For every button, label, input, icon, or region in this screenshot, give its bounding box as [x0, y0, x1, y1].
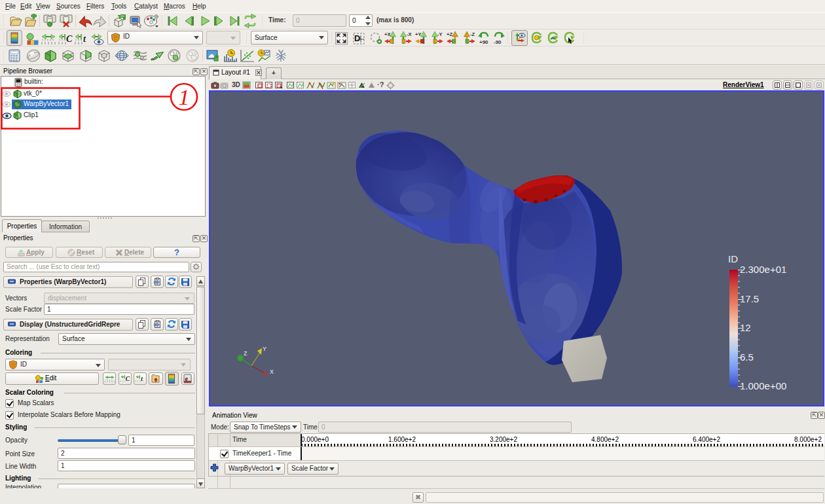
svg-text:+90: +90	[479, 39, 488, 45]
svg-text:e: e	[185, 375, 189, 382]
svg-text:X: X	[270, 369, 274, 375]
svg-text:t: t	[83, 34, 86, 44]
svg-text:17.5: 17.5	[740, 293, 759, 304]
svg-text:+Y: +Y	[415, 31, 421, 37]
svg-text:Y: Y	[263, 346, 266, 352]
svg-text:6.5: 6.5	[740, 351, 754, 363]
svg-text:t: t	[141, 376, 143, 383]
svg-text:D: D	[354, 33, 360, 43]
svg-text:Z: Z	[244, 350, 248, 357]
svg-text:12: 12	[740, 322, 751, 333]
svg-text:1: 1	[179, 85, 190, 109]
svg-text:C: C	[66, 34, 73, 44]
svg-text:1.000e+00: 1.000e+00	[740, 380, 786, 391]
svg-text:C: C	[126, 376, 130, 383]
svg-text:-Y: -Y	[437, 31, 443, 37]
svg-text:2.300e+01: 2.300e+01	[740, 264, 786, 275]
svg-text:+Z: +Z	[447, 31, 452, 37]
svg-text:-Z: -Z	[470, 31, 475, 37]
svg-text:-90: -90	[494, 39, 502, 45]
svg-text:-X: -X	[407, 31, 412, 37]
svg-text:ID: ID	[728, 253, 738, 264]
svg-text:+X: +X	[384, 31, 390, 37]
